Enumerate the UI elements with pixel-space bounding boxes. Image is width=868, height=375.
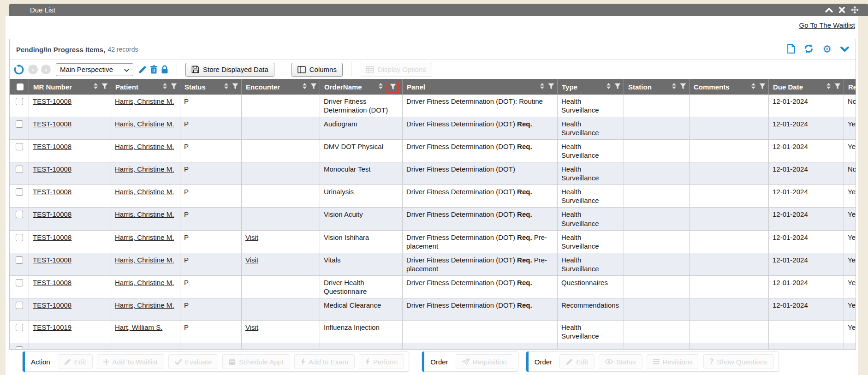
header-mr-number[interactable]: MR Number — [29, 79, 111, 95]
row-checkbox[interactable] — [16, 211, 23, 218]
row-checkbox[interactable] — [16, 234, 23, 241]
cell-mr-number-link[interactable]: TEST-10008 — [33, 279, 71, 286]
cell-comments — [690, 95, 769, 117]
filter-icon[interactable] — [614, 83, 621, 91]
sort-icon[interactable] — [672, 83, 677, 91]
sort-icon[interactable] — [162, 83, 167, 91]
row-checkbox[interactable] — [16, 324, 23, 331]
cell-patient-link[interactable]: Harris, Christine M. — [115, 143, 174, 150]
settings-gear-icon[interactable]: ⚙ — [822, 44, 832, 54]
undo-icon[interactable] — [13, 64, 25, 75]
sort-icon[interactable] — [378, 83, 383, 91]
cell-mr-number-link[interactable]: TEST-10019 — [33, 323, 71, 331]
delete-trash-icon[interactable] — [150, 65, 158, 74]
store-displayed-data-button[interactable]: Store Displayed Data — [185, 63, 274, 77]
row-checkbox[interactable] — [16, 120, 23, 128]
cell-patient-link[interactable]: Harris, Christine M. — [115, 301, 174, 309]
sort-icon[interactable] — [751, 83, 756, 91]
next-perspective-button[interactable]: › — [41, 65, 51, 74]
row-checkbox[interactable] — [16, 346, 23, 349]
filter-icon[interactable] — [310, 83, 317, 91]
lock-icon[interactable] — [161, 65, 168, 74]
cell-req: Yes — [844, 185, 856, 207]
close-x-icon[interactable] — [839, 7, 845, 13]
collapse-chevron-up-icon[interactable] — [825, 8, 833, 12]
collapse-chevron-down-icon[interactable] — [840, 45, 849, 54]
filter-icon[interactable] — [834, 83, 841, 91]
header-req[interactable]: Req — [844, 79, 856, 95]
header-status[interactable]: Status — [180, 79, 242, 95]
header-due-date[interactable]: Due Date — [769, 79, 844, 95]
filter-icon[interactable] — [680, 83, 686, 91]
filter-icon[interactable] — [390, 83, 396, 90]
header-ordername[interactable]: OrderName — [320, 79, 403, 95]
cell-mr-number-link[interactable]: TEST-10008 — [33, 301, 71, 309]
move-arrows-icon[interactable] — [851, 6, 859, 14]
cell-mr-number-link[interactable]: TEST-10008 — [33, 165, 71, 173]
sort-icon[interactable] — [826, 83, 831, 91]
cell-comments — [690, 185, 769, 207]
cell-encounter-link[interactable]: Visit — [245, 323, 258, 331]
cell-patient-link[interactable]: Harris, Christine M. — [115, 165, 174, 173]
select-all-checkbox[interactable] — [17, 83, 24, 90]
cell-patient-link[interactable]: Hart, William S. — [115, 323, 162, 331]
row-checkbox[interactable] — [16, 188, 23, 196]
cell-encounter-link[interactable]: Visit — [245, 256, 258, 264]
edit-pencil-icon[interactable] — [138, 65, 147, 74]
header-select-all-cell — [10, 79, 29, 95]
cell-type: Health Surveillance — [558, 231, 624, 253]
sort-icon[interactable] — [540, 83, 545, 91]
row-checkbox[interactable] — [16, 279, 23, 286]
new-document-icon[interactable] — [787, 44, 795, 55]
perspective-select[interactable]: Main Perspective — [56, 63, 133, 76]
cell-mr-number-link[interactable]: TEST-10008 — [33, 188, 71, 196]
row-checkbox[interactable] — [16, 256, 23, 264]
table-row: TEST-10008Harris, Christine M.PUrinalysi… — [10, 185, 856, 208]
cell-patient-link[interactable]: Harris, Christine M. — [115, 256, 174, 264]
cell-select — [10, 276, 29, 298]
order-group-label: Order — [430, 358, 448, 366]
sort-icon[interactable] — [93, 83, 98, 91]
sort-icon[interactable] — [302, 83, 307, 91]
header-comments[interactable]: Comments — [690, 79, 769, 95]
header-patient[interactable]: Patient — [111, 79, 180, 95]
cell-patient-link[interactable]: Harris, Christine M. — [115, 120, 174, 128]
cell-patient-link[interactable]: Harris, Christine M. — [115, 210, 174, 218]
cell-patient-link[interactable]: Harris, Christine M. — [115, 279, 174, 286]
cell-mr-number-link[interactable]: TEST-10008 — [33, 120, 71, 128]
cell-patient-link[interactable]: Harris, Christine M. — [115, 233, 174, 241]
row-checkbox[interactable] — [16, 302, 23, 309]
sort-icon[interactable] — [606, 83, 611, 91]
header-station[interactable]: Station — [624, 79, 690, 95]
row-checkbox[interactable] — [16, 143, 23, 150]
filter-icon[interactable] — [171, 83, 177, 91]
cell-comments — [690, 162, 769, 185]
cell-mr-number-link[interactable]: TEST-10008 — [33, 256, 71, 264]
header-type[interactable]: Type — [558, 79, 624, 95]
row-checkbox[interactable] — [16, 98, 23, 105]
filter-icon[interactable] — [548, 83, 554, 91]
cell-mr-number-link[interactable]: TEST-10008 — [33, 143, 71, 150]
refresh-icon[interactable] — [804, 44, 814, 55]
cell-patient-link[interactable]: Harris, Christine M. — [115, 97, 174, 105]
cell-encounter — [242, 95, 320, 117]
row-checkbox[interactable] — [16, 166, 23, 173]
go-to-waitlist-link[interactable]: Go To The Waitlist — [799, 21, 855, 29]
cell-mr-number-link[interactable]: TEST-10008 — [33, 233, 71, 241]
filter-icon[interactable] — [759, 83, 766, 91]
filter-icon[interactable] — [232, 83, 238, 91]
header-encounter[interactable]: Encounter — [242, 79, 320, 95]
cell-patient-link[interactable]: Harris, Christine M. — [115, 188, 174, 196]
sort-icon[interactable] — [224, 83, 229, 91]
cell-patient — [111, 343, 180, 349]
cell-type: Health Surveillance — [558, 117, 624, 139]
columns-button[interactable]: Columns — [291, 63, 343, 77]
filter-icon[interactable] — [101, 83, 108, 91]
header-panel[interactable]: Panel — [403, 79, 558, 95]
prev-perspective-button[interactable]: ‹ — [28, 65, 38, 74]
cell-station — [624, 140, 690, 162]
cell-encounter-link[interactable]: Visit — [245, 233, 258, 241]
cell-comments — [690, 343, 769, 349]
cell-mr-number-link[interactable]: TEST-10008 — [33, 210, 71, 218]
cell-mr-number-link[interactable]: TEST-10008 — [33, 97, 71, 105]
